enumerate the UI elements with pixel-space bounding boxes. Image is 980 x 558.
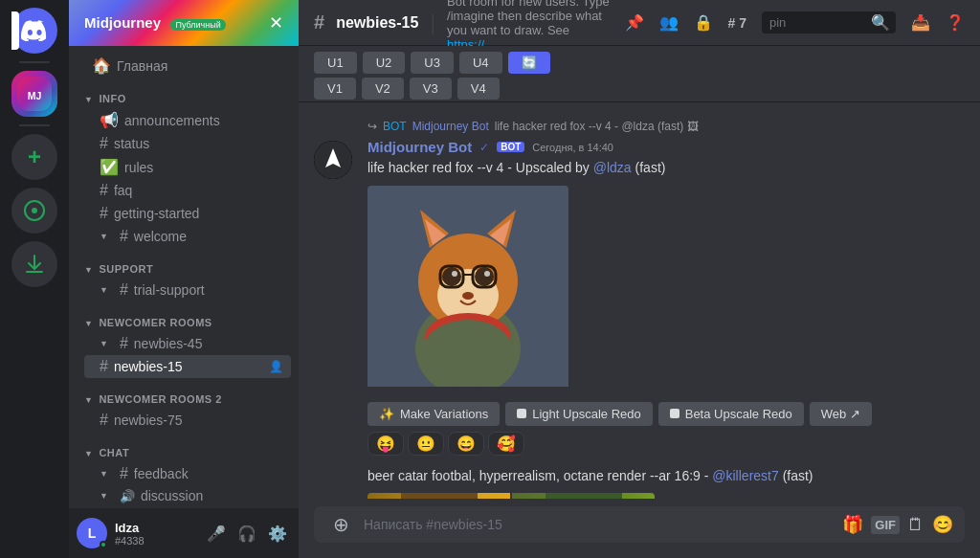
- beta-upscale-redo-button[interactable]: Beta Upscale Redo: [658, 402, 804, 426]
- reaction-😐[interactable]: 😐: [408, 432, 444, 456]
- message-fox-content: Midjourney Bot ✓ BOT Сегодня, в 14:40 li…: [368, 139, 965, 456]
- newcomer2-arrow-icon: [84, 393, 95, 405]
- section-info-label: INFO: [99, 93, 125, 104]
- section-newcomer-rooms-label: NEWCOMER ROOMS: [99, 317, 212, 328]
- channel-faq[interactable]: # faq: [84, 179, 291, 202]
- active-indicator: [11, 11, 19, 50]
- reaction-😄[interactable]: 😄: [448, 432, 484, 456]
- server-item-midjourney[interactable]: MJ: [11, 71, 57, 117]
- upscale-u4-button[interactable]: U4: [459, 52, 502, 74]
- add-attachment-button[interactable]: ⊕: [325, 509, 356, 540]
- pin-button[interactable]: 📌: [625, 13, 644, 32]
- inbox-button[interactable]: 📥: [911, 13, 930, 32]
- channel-newbies-15[interactable]: # newbies-15 👤: [84, 355, 291, 378]
- search-box[interactable]: 🔍: [762, 11, 896, 33]
- server-header[interactable]: Midjourney Публичный ✕: [69, 0, 299, 46]
- section-info-channels: 📢 announcements # status ✅ rules # faq #…: [69, 108, 299, 248]
- section-support-header[interactable]: SUPPORT: [69, 248, 299, 279]
- nitro-button[interactable]: 🎁: [842, 514, 863, 535]
- channel-status-name: status: [114, 136, 283, 151]
- ref-content: life hacker red fox --v 4 - @ldza (fast)…: [495, 120, 699, 133]
- light-upscale-icon: [517, 409, 526, 418]
- message-input[interactable]: [364, 506, 835, 543]
- server-divider-2: [19, 124, 50, 126]
- channel-newbies-45[interactable]: # newbies-45: [84, 332, 291, 355]
- upscale-v4-button[interactable]: V4: [457, 78, 500, 100]
- light-upscale-redo-button[interactable]: Light Upscale Redo: [505, 402, 652, 426]
- action-buttons-row: ✨ Make Variations Light Upscale Redo Bet…: [368, 402, 965, 426]
- external-link-icon: ↗: [850, 407, 860, 421]
- faq-hash-icon: #: [100, 182, 108, 199]
- message-input-box: ⊕ 🎁 GIF 🗒 😊: [314, 506, 965, 543]
- sticker-button[interactable]: 🗒: [907, 515, 924, 535]
- upscale-u3-button[interactable]: U3: [411, 52, 454, 74]
- bot-avatar: [314, 141, 352, 179]
- upscale-v2-button[interactable]: V2: [362, 78, 404, 100]
- add-server-button[interactable]: +: [11, 134, 57, 180]
- user-tag: #4338: [115, 535, 195, 547]
- mute-button[interactable]: 🎤: [203, 520, 230, 547]
- svg-point-14: [475, 267, 494, 286]
- verified-check-icon: ✓: [479, 141, 489, 154]
- channel-trial-support[interactable]: # trial-support: [84, 279, 291, 301]
- section-newcomer-rooms-2-header[interactable]: NEWCOMER ROOMS 2: [69, 378, 299, 409]
- channel-status[interactable]: # status: [84, 132, 291, 155]
- channel-getting-started[interactable]: # getting-started: [84, 202, 291, 225]
- threads-button[interactable]: 🔒: [694, 13, 713, 32]
- section-support-channels: # trial-support: [69, 279, 299, 301]
- channel-rules[interactable]: ✅ rules: [84, 155, 291, 179]
- section-chat-label: CHAT: [99, 447, 129, 458]
- search-input[interactable]: [769, 15, 865, 30]
- section-info-header[interactable]: INFO: [69, 78, 299, 108]
- server-list: MJ +: [0, 0, 69, 558]
- user-in-channel-icon: 👤: [269, 360, 283, 373]
- section-chat-header[interactable]: CHAT: [69, 432, 299, 462]
- make-variations-button[interactable]: ✨ Make Variations: [368, 402, 500, 426]
- deafen-button[interactable]: 🎧: [234, 520, 260, 547]
- channel-rules-name: rules: [124, 160, 283, 175]
- web-button[interactable]: Web ↗: [810, 402, 873, 426]
- help-button[interactable]: ❓: [946, 13, 965, 32]
- svg-rect-28: [546, 493, 622, 499]
- channel-announcements[interactable]: 📢 announcements: [84, 108, 291, 132]
- welcome-arrow-icon: [100, 232, 110, 241]
- upscale-v3-button[interactable]: V3: [410, 78, 452, 100]
- fox-image-container: [368, 186, 568, 391]
- svg-point-13: [442, 267, 461, 286]
- emoji-button[interactable]: 😊: [932, 514, 953, 535]
- svg-rect-23: [401, 493, 478, 499]
- newcomer-arrow-icon: [84, 317, 95, 328]
- channel-newbies-75[interactable]: # newbies-75: [84, 409, 291, 432]
- discussion-arrow-icon: [100, 491, 110, 501]
- section-arrow-icon: [84, 93, 95, 104]
- upscale-u2-button[interactable]: U2: [363, 52, 406, 74]
- chat-arrow-icon: [84, 447, 95, 458]
- download-button[interactable]: [11, 241, 57, 287]
- bot-badge: BOT: [497, 142, 524, 152]
- upscale-u1-button[interactable]: U1: [314, 52, 357, 74]
- channel-header-name: newbies-15: [336, 14, 418, 32]
- reaction-😝[interactable]: 😝: [368, 432, 404, 456]
- server-item-discord[interactable]: [11, 8, 57, 54]
- reaction-🥰[interactable]: 🥰: [488, 432, 524, 456]
- upscale-v1-button[interactable]: V1: [314, 78, 356, 100]
- gif-button[interactable]: GIF: [871, 516, 900, 534]
- channel-list: 🏠 Главная INFO 📢 announcements # status …: [69, 46, 299, 508]
- channel-discussion-name: discussion: [141, 488, 283, 503]
- channel-discussion[interactable]: 🔊 discussion: [84, 485, 291, 506]
- channel-welcome[interactable]: # welcome: [84, 225, 291, 248]
- user-avatar-letter: L: [88, 525, 97, 541]
- settings-button[interactable]: ⚙️: [264, 520, 291, 547]
- channel-welcome-name: welcome: [134, 229, 283, 244]
- user-panel: L ldza #4338 🎤 🎧 ⚙️: [69, 508, 299, 558]
- refresh-button[interactable]: 🔄: [508, 52, 550, 74]
- newbies-75-hash-icon: #: [100, 412, 108, 429]
- home-item[interactable]: 🏠 Главная: [77, 54, 291, 78]
- section-newcomer-rooms-header[interactable]: NEWCOMER ROOMS: [69, 301, 299, 332]
- explore-servers-button[interactable]: [11, 188, 57, 234]
- member-list-button[interactable]: 👥: [659, 13, 679, 32]
- football-images-grid: [368, 493, 655, 499]
- home-icon: 🏠: [92, 56, 111, 75]
- midjourney-server-icon[interactable]: MJ: [11, 71, 57, 117]
- channel-feedback[interactable]: # feedback: [84, 462, 291, 485]
